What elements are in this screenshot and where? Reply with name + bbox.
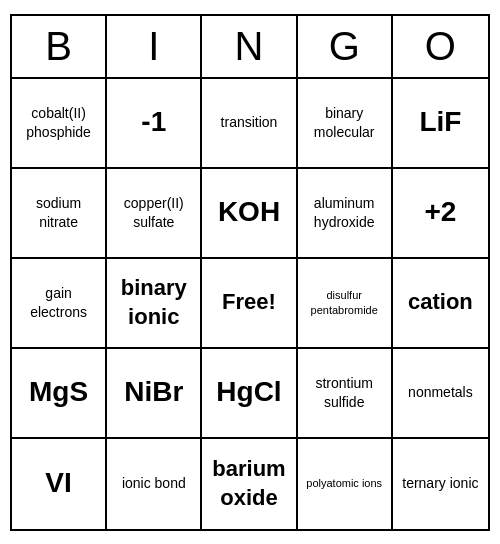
bingo-cell: aluminum hydroxide	[298, 169, 393, 259]
bingo-cell: strontium sulfide	[298, 349, 393, 439]
bingo-cell: -1	[107, 79, 202, 169]
bingo-cell: cation	[393, 259, 488, 349]
header-letter: G	[298, 16, 393, 77]
bingo-cell: copper(II) sulfate	[107, 169, 202, 259]
bingo-cell: polyatomic ions	[298, 439, 393, 529]
bingo-card: BINGO cobalt(II) phosphide-1transitionbi…	[10, 14, 490, 531]
header-letter: N	[202, 16, 297, 77]
bingo-cell: cobalt(II) phosphide	[12, 79, 107, 169]
bingo-cell: binary ionic	[107, 259, 202, 349]
bingo-cell: MgS	[12, 349, 107, 439]
bingo-cell: +2	[393, 169, 488, 259]
bingo-cell: ionic bond	[107, 439, 202, 529]
bingo-cell: nonmetals	[393, 349, 488, 439]
bingo-cell: KOH	[202, 169, 297, 259]
bingo-cell: sodium nitrate	[12, 169, 107, 259]
bingo-header: BINGO	[12, 16, 488, 79]
bingo-cell: transition	[202, 79, 297, 169]
bingo-cell: Free!	[202, 259, 297, 349]
bingo-grid: cobalt(II) phosphide-1transitionbinary m…	[12, 79, 488, 529]
header-letter: O	[393, 16, 488, 77]
bingo-cell: ternary ionic	[393, 439, 488, 529]
header-letter: B	[12, 16, 107, 77]
bingo-cell: HgCl	[202, 349, 297, 439]
bingo-cell: barium oxide	[202, 439, 297, 529]
bingo-cell: binary molecular	[298, 79, 393, 169]
bingo-cell: VI	[12, 439, 107, 529]
bingo-cell: NiBr	[107, 349, 202, 439]
bingo-cell: disulfur pentabromide	[298, 259, 393, 349]
header-letter: I	[107, 16, 202, 77]
bingo-cell: gain electrons	[12, 259, 107, 349]
bingo-cell: LiF	[393, 79, 488, 169]
